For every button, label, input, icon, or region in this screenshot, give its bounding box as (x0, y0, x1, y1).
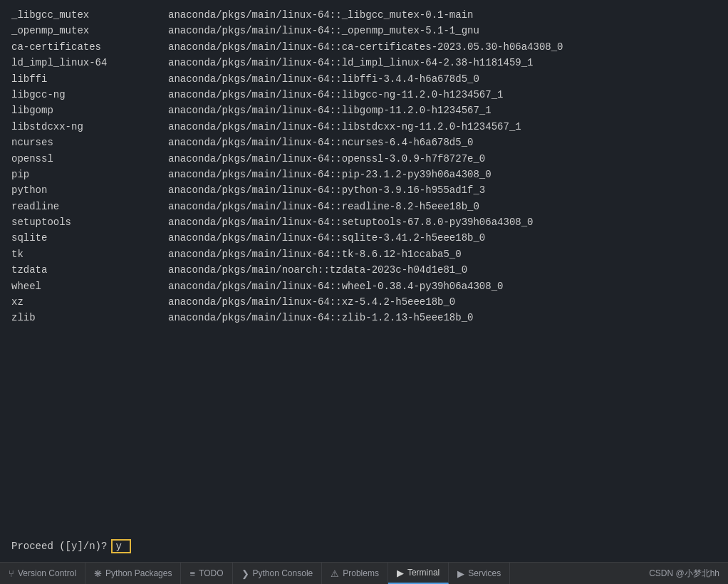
pkg-name: ld_impl_linux-64 (11, 55, 168, 71)
table-row: libstdcxx-nganaconda/pkgs/main/linux-64:… (11, 119, 717, 135)
terminal-prompt-area: Proceed ([y]/n)? y (0, 532, 728, 562)
package-table: _libgcc_mutexanaconda/pkgs/main/linux-64… (11, 7, 717, 326)
python-packages-icon: ❋ (94, 568, 102, 579)
pkg-name: readline (11, 199, 168, 214)
pkg-path: anaconda/pkgs/main/linux-64::libgomp-11.… (168, 103, 492, 118)
bottom-bar-tabs: ⑂Version Control❋Python Packages≡TODO❯Py… (0, 563, 510, 584)
todo-icon: ≡ (189, 568, 195, 579)
table-row: xzanaconda/pkgs/main/linux-64::xz-5.4.2-… (11, 294, 717, 310)
pkg-path: anaconda/pkgs/main/linux-64::readline-8.… (168, 199, 479, 214)
services-icon: ▶ (457, 568, 464, 579)
pkg-path: anaconda/pkgs/main/linux-64::ca-certific… (168, 39, 563, 55)
tab-problems[interactable]: ⚠Problems (322, 563, 388, 584)
problems-icon: ⚠ (331, 568, 339, 579)
pkg-path: anaconda/pkgs/main/linux-64::openssl-3.0… (168, 151, 485, 167)
terminal-output: _libgcc_mutexanaconda/pkgs/main/linux-64… (0, 0, 728, 532)
tab-python-console[interactable]: ❯Python Console (233, 563, 323, 584)
table-row: tzdataanaconda/pkgs/main/noarch::tzdata-… (11, 262, 717, 278)
python-console-icon: ❯ (241, 568, 249, 579)
pkg-path: anaconda/pkgs/main/linux-64::python-3.9.… (168, 182, 485, 198)
terminal-label: Terminal (407, 568, 440, 578)
table-row: libgompanaconda/pkgs/main/linux-64::libg… (11, 103, 717, 118)
pkg-path: anaconda/pkgs/main/linux-64::sqlite-3.41… (168, 230, 485, 246)
pkg-name: libstdcxx-ng (11, 119, 168, 135)
table-row: _openmp_mutexanaconda/pkgs/main/linux-64… (11, 23, 717, 38)
pkg-name: _libgcc_mutex (11, 7, 168, 23)
table-row: opensslanaconda/pkgs/main/linux-64::open… (11, 151, 717, 167)
table-row: pythonanaconda/pkgs/main/linux-64::pytho… (11, 182, 717, 198)
table-row: wheelanaconda/pkgs/main/linux-64::wheel-… (11, 278, 717, 294)
tab-terminal[interactable]: ▶Terminal (388, 563, 449, 584)
pkg-path: anaconda/pkgs/main/linux-64::wheel-0.38.… (168, 278, 503, 294)
pkg-name: zlib (11, 310, 168, 325)
pkg-path: anaconda/pkgs/main/noarch::tzdata-2023c-… (168, 262, 467, 278)
todo-label: TODO (199, 568, 223, 578)
pkg-name: libffi (11, 71, 168, 87)
table-row: pipanaconda/pkgs/main/linux-64::pip-23.1… (11, 167, 717, 182)
tab-services[interactable]: ▶Services (449, 563, 510, 584)
table-row: setuptoolsanaconda/pkgs/main/linux-64::s… (11, 214, 717, 230)
bottom-bar: ⑂Version Control❋Python Packages≡TODO❯Py… (0, 562, 728, 584)
prompt-input-value[interactable]: y (111, 539, 131, 553)
pkg-path: anaconda/pkgs/main/linux-64::xz-5.4.2-h5… (168, 294, 455, 310)
pkg-name: xz (11, 294, 168, 310)
pkg-path: anaconda/pkgs/main/linux-64::ncurses-6.4… (168, 135, 473, 150)
pkg-name: sqlite (11, 230, 168, 246)
pkg-name: ca-certificates (11, 39, 168, 55)
table-row: zlibanaconda/pkgs/main/linux-64::zlib-1.… (11, 310, 717, 325)
table-row: libgcc-nganaconda/pkgs/main/linux-64::li… (11, 87, 717, 103)
table-row: ca-certificatesanaconda/pkgs/main/linux-… (11, 39, 717, 55)
version-control-label: Version Control (18, 568, 76, 578)
problems-label: Problems (343, 568, 379, 578)
pkg-path: anaconda/pkgs/main/linux-64::_openmp_mut… (168, 23, 479, 38)
tab-version-control[interactable]: ⑂Version Control (0, 563, 85, 584)
pkg-name: python (11, 182, 168, 198)
table-row: libffianaconda/pkgs/main/linux-64::libff… (11, 71, 717, 87)
terminal-icon: ▶ (397, 568, 404, 578)
bottom-bar-right-text: CSDN @小梦北hh (649, 568, 728, 580)
table-row: ncursesanaconda/pkgs/main/linux-64::ncur… (11, 135, 717, 150)
tab-todo[interactable]: ≡TODO (181, 563, 232, 584)
pkg-path: anaconda/pkgs/main/linux-64::pip-23.1.2-… (168, 167, 492, 182)
pkg-name: tk (11, 246, 168, 262)
pkg-path: anaconda/pkgs/main/linux-64::ld_impl_lin… (168, 55, 533, 71)
pkg-path: anaconda/pkgs/main/linux-64::setuptools-… (168, 214, 533, 230)
pkg-name: libgcc-ng (11, 87, 168, 103)
pkg-name: _openmp_mutex (11, 23, 168, 38)
pkg-path: anaconda/pkgs/main/linux-64::zlib-1.2.13… (168, 310, 473, 325)
pkg-path: anaconda/pkgs/main/linux-64::libgcc-ng-1… (168, 87, 503, 103)
pkg-path: anaconda/pkgs/main/linux-64::_libgcc_mut… (168, 7, 473, 23)
pkg-name: openssl (11, 151, 168, 167)
pkg-path: anaconda/pkgs/main/linux-64::libffi-3.4.… (168, 71, 479, 87)
pkg-name: setuptools (11, 214, 168, 230)
version-control-icon: ⑂ (9, 568, 14, 579)
pkg-name: tzdata (11, 262, 168, 278)
pkg-name: pip (11, 167, 168, 182)
python-packages-label: Python Packages (105, 568, 172, 578)
pkg-name: wheel (11, 278, 168, 294)
pkg-path: anaconda/pkgs/main/linux-64::tk-8.6.12-h… (168, 246, 462, 262)
table-row: ld_impl_linux-64anaconda/pkgs/main/linux… (11, 55, 717, 71)
prompt-text: Proceed ([y]/n)? (11, 541, 107, 552)
pkg-name: libgomp (11, 103, 168, 118)
pkg-name: ncurses (11, 135, 168, 150)
python-console-label: Python Console (253, 568, 313, 578)
tab-python-packages[interactable]: ❋Python Packages (85, 563, 181, 584)
table-row: _libgcc_mutexanaconda/pkgs/main/linux-64… (11, 7, 717, 23)
table-row: sqliteanaconda/pkgs/main/linux-64::sqlit… (11, 230, 717, 246)
services-label: Services (468, 568, 501, 578)
table-row: tkanaconda/pkgs/main/linux-64::tk-8.6.12… (11, 246, 717, 262)
pkg-path: anaconda/pkgs/main/linux-64::libstdcxx-n… (168, 119, 521, 135)
table-row: readlineanaconda/pkgs/main/linux-64::rea… (11, 199, 717, 214)
